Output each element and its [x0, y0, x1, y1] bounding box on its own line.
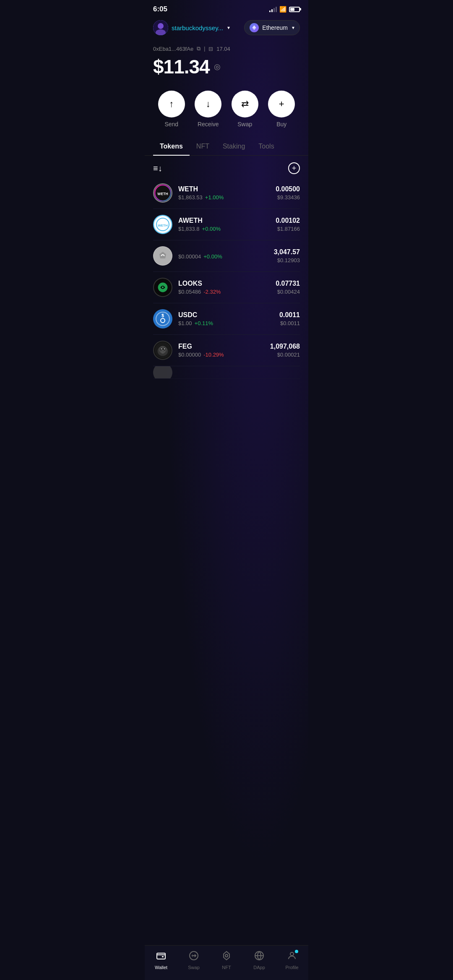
nav-item-swap[interactable]: Swap	[181, 951, 206, 970]
profile-nav-icon	[287, 951, 297, 963]
token-amount-feg: 1,097,068	[270, 343, 300, 350]
token-change-unknown: +0.00%	[203, 253, 222, 260]
scan-icon[interactable]: ⊟	[208, 46, 213, 52]
token-name-looks: LOOKS	[178, 280, 276, 287]
svg-point-34	[225, 954, 228, 957]
nav-item-profile[interactable]: Profile	[279, 951, 305, 970]
action-buttons: ↑ Send ↓ Receive ⇄ Swap + Buy	[145, 86, 308, 138]
token-change-usdc: +0.11%	[195, 320, 213, 326]
svg-point-29	[163, 352, 164, 352]
gas-value: 17.04	[216, 46, 230, 52]
buy-circle: +	[268, 91, 295, 117]
token-price-value-unknown: $0.00004	[178, 253, 201, 260]
token-change-feg: -10.29%	[203, 352, 224, 358]
avatar	[153, 20, 168, 35]
swap-label: Swap	[237, 121, 252, 128]
token-value-feg: $0.00021	[270, 352, 300, 358]
token-item-usdc[interactable]: $ USDC $1.00 +0.11% 0.0011 $0.0011	[153, 303, 300, 335]
token-item-aweth[interactable]: WETH AWETH $1,833.8 +0.00% 0.00102 $1.87…	[153, 209, 300, 240]
svg-point-25	[161, 349, 162, 349]
svg-point-26	[164, 349, 165, 349]
nav-label-swap: Swap	[188, 965, 200, 970]
svg-point-28	[161, 352, 163, 352]
signal-icon	[269, 6, 277, 12]
svg-rect-30	[157, 953, 165, 959]
nav-label-nft: NFT	[222, 965, 231, 970]
tab-tools[interactable]: Tools	[252, 138, 281, 155]
token-balance-aweth: 0.00102 $1.87166	[276, 217, 300, 232]
chevron-down-icon: ▾	[227, 25, 230, 31]
balance-amount: $11.34	[153, 55, 210, 78]
wifi-icon: 📶	[279, 6, 286, 13]
token-price-value-feg: $0.00000	[178, 352, 201, 358]
buy-label: Buy	[276, 121, 286, 128]
nav-label-wallet: Wallet	[155, 965, 167, 970]
account-name: starbuckodyssey...	[172, 24, 223, 31]
token-item-unknown[interactable]: $0.00004 +0.00% 3,047.57 $0.12903	[153, 240, 300, 272]
wallet-nav-icon	[156, 951, 166, 963]
svg-point-37	[290, 952, 294, 956]
token-info-feg: FEG $0.00000 -10.29%	[178, 343, 270, 358]
token-item-partial	[153, 366, 300, 379]
tab-staking[interactable]: Staking	[216, 138, 252, 155]
token-logo-feg	[153, 341, 172, 360]
bottom-nav: Wallet Swap NFT DApp	[145, 945, 308, 980]
token-price-value-aweth: $1,833.8	[178, 226, 200, 232]
tab-bar: Tokens NFT Staking Tools	[145, 138, 308, 156]
token-price-value-looks: $0.05486	[178, 289, 201, 295]
nav-label-dapp: DApp	[253, 965, 265, 970]
tab-nft[interactable]: NFT	[190, 138, 216, 155]
token-item-feg[interactable]: FEG $0.00000 -10.29% 1,097,068 $0.00021	[153, 335, 300, 366]
token-logo-partial	[153, 366, 172, 379]
swap-nav-icon	[189, 951, 199, 963]
token-amount-usdc: 0.0011	[279, 311, 300, 319]
token-price-feg: $0.00000 -10.29%	[178, 352, 270, 358]
token-change-aweth: +0.00%	[202, 226, 221, 232]
add-token-button[interactable]: +	[288, 162, 300, 174]
sort-icon[interactable]: ≡↓	[153, 164, 162, 173]
tab-tokens[interactable]: Tokens	[153, 138, 190, 155]
network-selector[interactable]: Ethereum ▾	[244, 20, 300, 35]
token-amount-looks: 0.07731	[276, 280, 300, 287]
token-info-weth: WETH $1,863.53 +1.00%	[178, 185, 276, 201]
token-info-aweth: AWETH $1,833.8 +0.00%	[178, 217, 276, 232]
status-bar: 6:05 📶	[145, 0, 308, 17]
send-circle: ↑	[158, 91, 185, 117]
token-list-header: ≡↓ +	[145, 156, 308, 177]
network-name: Ethereum	[262, 24, 288, 31]
token-info-usdc: USDC $1.00 +0.11%	[178, 311, 279, 326]
send-label: Send	[164, 121, 178, 128]
account-selector[interactable]: starbuckodyssey... ▾	[153, 20, 230, 35]
token-logo-unknown	[153, 246, 172, 266]
token-price-usdc: $1.00 +0.11%	[178, 320, 279, 326]
receive-label: Receive	[198, 121, 219, 128]
token-info-unknown: $0.00004 +0.00%	[178, 252, 274, 260]
token-logo-weth: WETH	[153, 183, 172, 203]
token-amount-weth: 0.00500	[276, 185, 300, 193]
receive-button[interactable]: ↓ Receive	[195, 91, 221, 128]
token-value-looks: $0.00424	[276, 289, 300, 295]
status-icons: 📶	[269, 6, 300, 13]
token-item-looks[interactable]: LOOKS $0.05486 -2.32% 0.07731 $0.00424	[153, 272, 300, 303]
send-button[interactable]: ↑ Send	[158, 91, 185, 128]
copy-icon[interactable]: ⧉	[197, 45, 200, 52]
swap-button[interactable]: ⇄ Swap	[232, 91, 258, 128]
svg-point-1	[158, 23, 164, 29]
eye-icon[interactable]: ◎	[214, 62, 221, 71]
status-time: 6:05	[153, 5, 167, 13]
token-price-aweth: $1,833.8 +0.00%	[178, 226, 276, 232]
token-logo-aweth: WETH	[153, 215, 172, 234]
wallet-address-row: 0xEba1...463fAe ⧉ | ⊟ 17.04	[153, 45, 300, 52]
buy-button[interactable]: + Buy	[268, 91, 295, 128]
token-amount-unknown: 3,047.57	[274, 248, 300, 256]
token-price-unknown: $0.00004 +0.00%	[178, 253, 274, 260]
svg-point-13	[162, 287, 164, 288]
nav-item-dapp[interactable]: DApp	[247, 951, 272, 970]
token-item-weth[interactable]: WETH WETH $1,863.53 +1.00% 0.00500 $9.33…	[153, 177, 300, 209]
svg-text:WETH: WETH	[157, 192, 168, 196]
header: starbuckodyssey... ▾ Ethereum ▾	[145, 17, 308, 42]
nav-item-wallet[interactable]: Wallet	[148, 951, 174, 970]
token-balance-feg: 1,097,068 $0.00021	[270, 343, 300, 358]
nav-item-nft[interactable]: NFT	[214, 951, 239, 970]
token-name-usdc: USDC	[178, 311, 279, 319]
